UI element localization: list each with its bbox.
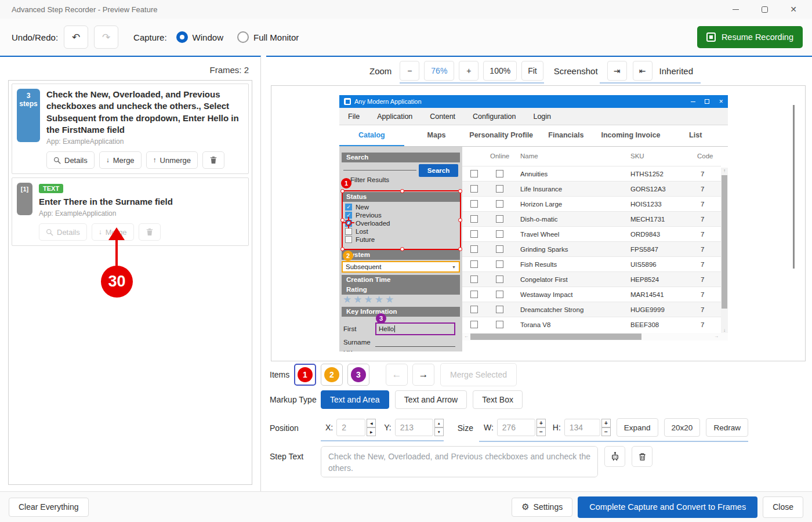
next-item-button[interactable]: → [412, 364, 434, 386]
markup-type-label: Markup Type [270, 395, 321, 404]
x-input[interactable] [336, 419, 365, 436]
column-header-name: Name [520, 153, 538, 160]
merge-selected-button[interactable]: Merge Selected [440, 363, 517, 386]
generate-text-button[interactable] [604, 446, 625, 467]
caret-left-icon[interactable]: ◀ [367, 419, 376, 427]
row-online-checkbox [496, 321, 503, 328]
resize-handle[interactable] [458, 247, 462, 251]
item-3-button[interactable]: 3 [347, 364, 369, 386]
prev-screenshot-button[interactable]: ⇥ [607, 61, 627, 81]
height-input[interactable] [564, 419, 600, 436]
close-button[interactable]: ✕ [786, 2, 800, 16]
resize-20x20-button[interactable]: 20x20 [664, 418, 701, 437]
redraw-button[interactable]: Redraw [706, 418, 748, 437]
redo-icon: ↷ [102, 32, 110, 43]
unmerge-button[interactable]: ↑ Unmerge [146, 151, 198, 169]
arrow-right-icon: → [419, 369, 429, 380]
resize-handle[interactable] [400, 247, 404, 251]
zoom-value[interactable]: 76% [424, 61, 454, 81]
step-text-input[interactable]: Check the New, Overloaded, and Previous … [321, 446, 598, 477]
details-button[interactable]: Details [39, 223, 87, 241]
row-checkbox [470, 306, 478, 313]
w-label: W: [484, 423, 494, 432]
caret-down-icon[interactable]: ▼ [434, 427, 444, 436]
complete-capture-button[interactable]: Complete Capture and Convert to Frames [578, 496, 757, 518]
table-row: Grinding SparksFPS58477 [462, 241, 721, 256]
caret-up-icon[interactable]: ▲ [434, 419, 444, 427]
markup-text-and-arrow-button[interactable]: Text and Arrow [395, 390, 467, 409]
delete-frame-button[interactable] [139, 223, 161, 241]
undo-icon: ↶ [72, 32, 80, 43]
frame-card-1[interactable]: 3 steps Check the New, Overloaded, and P… [12, 84, 249, 174]
redo-button[interactable]: ↷ [94, 26, 118, 49]
annotation-1-badge[interactable]: 1 [341, 178, 351, 188]
inherited-label: Inherited [659, 66, 693, 76]
footer-bar: Clear Everything ⚙ Settings Complete Cap… [0, 491, 812, 522]
screenshot-label: Screenshot [554, 66, 598, 76]
resize-handle[interactable] [400, 189, 404, 193]
item-2-button[interactable]: 2 [321, 364, 343, 386]
capture-full-monitor-radio[interactable] [237, 31, 249, 43]
zoom-in-button[interactable]: + [459, 61, 478, 81]
annotation-area-box[interactable] [342, 190, 461, 250]
ukey-field-label: UKey [343, 350, 360, 351]
table-row: Dish-o-maticMECH17317 [462, 211, 721, 226]
main-area: Frames: 2 3 steps Check the New, Overloa… [0, 56, 812, 491]
height-stepper[interactable]: + − [601, 419, 611, 436]
frame-title: Check the New, Overloaded, and Previous … [46, 89, 244, 136]
x-stepper[interactable]: ◀ ▶ [367, 419, 376, 436]
next-screenshot-button[interactable]: ⇤ [633, 61, 652, 81]
skip-right-icon: ⇥ [614, 66, 621, 75]
settings-button[interactable]: ⚙ Settings [512, 498, 572, 517]
resume-recording-button[interactable]: Resume Recording [697, 26, 803, 48]
frame-app-label: App: ExampleApplication [39, 209, 244, 217]
surname-field-label: Surname [343, 339, 371, 346]
width-input[interactable] [497, 419, 535, 436]
resize-handle[interactable] [458, 189, 462, 193]
menu-configuration: Configuration [464, 113, 524, 121]
frame-card-2[interactable]: [1] TEXT Enter There in the Surname fiel… [12, 177, 249, 246]
markup-text-and-area-button[interactable]: Text and Area [321, 390, 389, 409]
merge-button[interactable]: ↓ Merge [99, 151, 142, 169]
zoom-out-button[interactable]: − [400, 61, 419, 81]
minimize-button[interactable] [728, 2, 742, 16]
markup-text-box-button[interactable]: Text Box [473, 390, 523, 409]
trash-icon [209, 156, 217, 164]
maximize-button[interactable] [757, 2, 771, 16]
delete-frame-button[interactable] [202, 151, 224, 169]
undo-button[interactable]: ↶ [64, 26, 88, 49]
annotation-3-badge[interactable]: 3 [376, 313, 386, 324]
frame-steps-badge: 3 steps [17, 89, 40, 142]
minus-icon[interactable]: − [536, 427, 546, 436]
system-dropdown: Subsequent ▼ [342, 261, 460, 273]
close-dialog-button[interactable]: Close [763, 496, 803, 518]
previous-item-button[interactable]: ← [386, 364, 408, 386]
y-input[interactable] [395, 419, 433, 436]
resize-handle[interactable] [458, 218, 462, 222]
capture-window-radio[interactable] [176, 31, 188, 43]
preview-scrollbar[interactable] [793, 105, 795, 269]
table-row: Westaway ImpactMAR145417 [462, 287, 721, 302]
y-stepper[interactable]: ▲ ▼ [434, 419, 444, 436]
panel-splitter[interactable] [261, 56, 266, 491]
caret-right-icon[interactable]: ▶ [367, 427, 376, 436]
plus-icon[interactable]: + [536, 419, 546, 427]
resize-handle[interactable] [340, 247, 345, 251]
menu-application: Application [368, 113, 421, 121]
fit-button[interactable]: Fit [521, 61, 543, 81]
item-1-button[interactable]: 1 [294, 364, 316, 386]
width-stepper[interactable]: + − [536, 419, 546, 436]
zoom-100-button[interactable]: 100% [483, 61, 517, 81]
clear-step-text-button[interactable] [632, 446, 652, 467]
expand-button[interactable]: Expand [617, 418, 658, 437]
minus-icon[interactable]: − [601, 427, 611, 436]
app-close-icon: ✕ [719, 99, 723, 104]
x-label: X: [325, 423, 333, 432]
annotation-2-badge[interactable]: 2 [343, 251, 353, 261]
resize-handle[interactable] [340, 189, 345, 193]
clear-everything-button[interactable]: Clear Everything [9, 498, 89, 517]
search-input [343, 170, 416, 171]
plus-icon[interactable]: + [601, 419, 611, 427]
details-button[interactable]: Details [46, 151, 95, 169]
marker-30-badge: 30 [101, 266, 133, 298]
